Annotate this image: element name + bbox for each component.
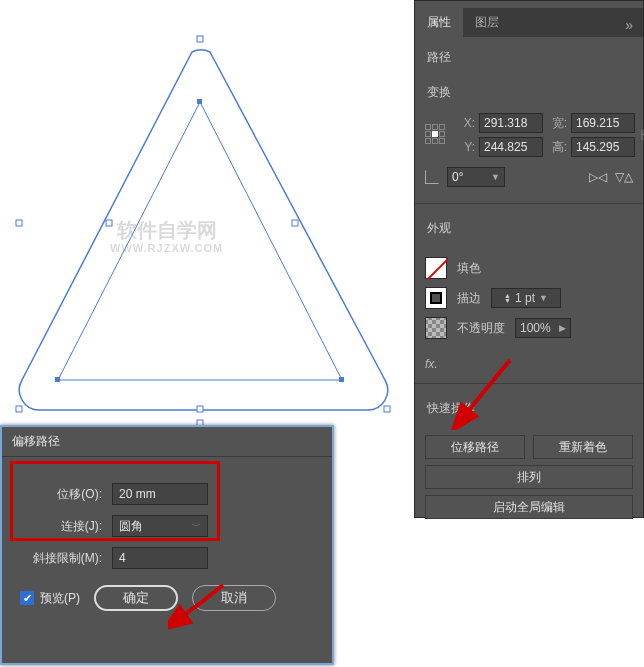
tab-layers[interactable]: 图层 [463,8,511,37]
stroke-weight-field[interactable]: ▲▼ 1 pt ▼ [491,288,561,308]
ok-button[interactable]: 确定 [94,585,178,611]
stroke-label: 描边 [457,290,481,307]
svg-rect-1 [16,406,22,412]
transform-section: X: Y: 宽: 高: ⎘ [415,107,643,199]
object-type-label: 路径 [415,37,643,72]
check-icon: ✔ [20,591,34,605]
joins-field-label: 连接(J): [20,518,102,535]
fill-swatch[interactable] [425,257,447,279]
svg-rect-2 [384,406,390,412]
joins-select[interactable]: 圆角 ﹀ [112,515,208,537]
tab-properties[interactable]: 属性 [415,8,463,37]
svg-rect-0 [197,36,203,42]
chevron-right-icon: ▶ [559,323,566,333]
properties-panel: 属性 图层 » 路径 变换 X: Y: [414,0,644,518]
recolor-button[interactable]: 重新着色 [533,435,633,459]
opacity-field[interactable]: 100% ▶ [515,318,571,338]
offset-input[interactable] [112,483,208,505]
h-label: 高: [549,139,567,156]
appearance-section: 填色 描边 ▲▼ 1 pt ▼ 不透明度 100% ▶ [415,243,643,357]
spinner-icon[interactable]: ▲▼ [504,293,511,303]
opacity-swatch[interactable] [425,317,447,339]
section-appearance-label: 外观 [415,208,643,243]
offset-path-button[interactable]: 位移路径 [425,435,525,459]
y-field[interactable] [479,137,543,157]
svg-rect-4 [292,220,298,226]
x-label: X: [457,116,475,130]
dialog-title[interactable]: 偏移路径 [2,427,332,457]
w-field[interactable] [571,113,635,133]
panel-menu-icon[interactable]: » [615,13,643,37]
y-label: Y: [457,140,475,154]
fill-label: 填色 [457,260,481,277]
opacity-label: 不透明度 [457,320,505,337]
stroke-weight-value: 1 pt [515,291,535,305]
svg-rect-5 [197,406,203,412]
chevron-down-icon: ▼ [539,293,548,303]
svg-rect-8 [197,99,202,104]
quick-actions-section: 位移路径 重新着色 排列 启动全局编辑 [415,423,643,531]
flip-horizontal-icon[interactable]: ▷◁ [589,169,607,185]
stroke-swatch[interactable] [425,287,447,309]
h-field[interactable] [571,137,635,157]
global-edit-button[interactable]: 启动全局编辑 [425,495,633,519]
chevron-down-icon: ▼ [491,172,500,182]
angle-value: 0° [452,170,463,184]
svg-rect-3 [106,220,112,226]
offset-field-label: 位移(O): [20,486,102,503]
outer-triangle-path[interactable] [19,50,387,410]
section-transform-label: 变换 [415,72,643,107]
svg-rect-9 [55,377,60,382]
offset-path-dialog: 偏移路径 位移(O): 连接(J): 圆角 ﹀ 斜接限制(M): ✔ 预览(P)… [0,425,334,665]
flip-vertical-icon[interactable]: ▽△ [615,169,633,185]
svg-rect-7 [16,220,22,226]
joins-value: 圆角 [119,518,143,535]
chevron-down-icon: ﹀ [192,520,201,533]
miter-field-label: 斜接限制(M): [20,550,102,567]
section-quick-label: 快速操作 [415,388,643,423]
opacity-value: 100% [520,321,551,335]
artboard[interactable]: 软件自学网 WWW.RJZXW.COM [0,0,415,430]
preview-checkbox[interactable]: ✔ 预览(P) [20,590,80,607]
angle-icon [425,170,439,184]
panel-tabs: 属性 图层 » [415,9,643,37]
w-label: 宽: [549,115,567,132]
svg-rect-10 [339,377,344,382]
arrange-button[interactable]: 排列 [425,465,633,489]
inner-triangle-path[interactable] [58,102,342,380]
cancel-button[interactable]: 取消 [192,585,276,611]
fx-label[interactable]: fx. [425,357,438,371]
preview-label: 预览(P) [40,590,80,607]
angle-field[interactable]: 0° ▼ [447,167,505,187]
reference-point-widget[interactable] [425,124,445,146]
x-field[interactable] [479,113,543,133]
path-shapes[interactable] [0,0,415,430]
miter-input[interactable] [112,547,208,569]
